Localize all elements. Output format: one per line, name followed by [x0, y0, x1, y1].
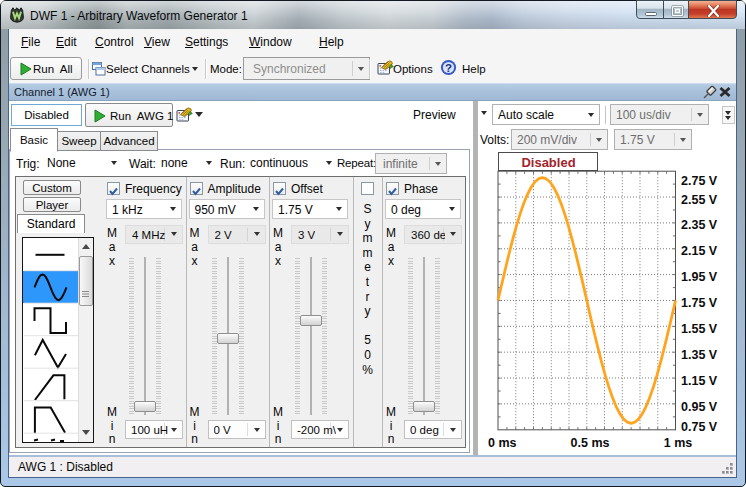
svg-text:1.75 V: 1.75 V	[681, 296, 718, 310]
svg-text:2.35 V: 2.35 V	[681, 218, 718, 232]
svg-text:?: ?	[445, 62, 452, 74]
svg-text:2.15 V: 2.15 V	[681, 244, 718, 258]
svg-text:1.15 V: 1.15 V	[681, 374, 718, 388]
svg-text:1 ms: 1 ms	[664, 436, 693, 450]
svg-text:0.95 V: 0.95 V	[681, 400, 718, 414]
svg-text:2.75 V: 2.75 V	[681, 174, 718, 188]
svg-text:0.75 V: 0.75 V	[681, 420, 718, 434]
svg-text:1.55 V: 1.55 V	[681, 322, 718, 336]
svg-text:2.55 V: 2.55 V	[681, 193, 718, 207]
svg-text:0.5 ms: 0.5 ms	[571, 436, 610, 450]
svg-text:Disabled: Disabled	[521, 155, 575, 170]
svg-text:1.95 V: 1.95 V	[681, 270, 718, 284]
svg-text:0 ms: 0 ms	[488, 436, 517, 450]
svg-text:1.35 V: 1.35 V	[681, 348, 718, 362]
